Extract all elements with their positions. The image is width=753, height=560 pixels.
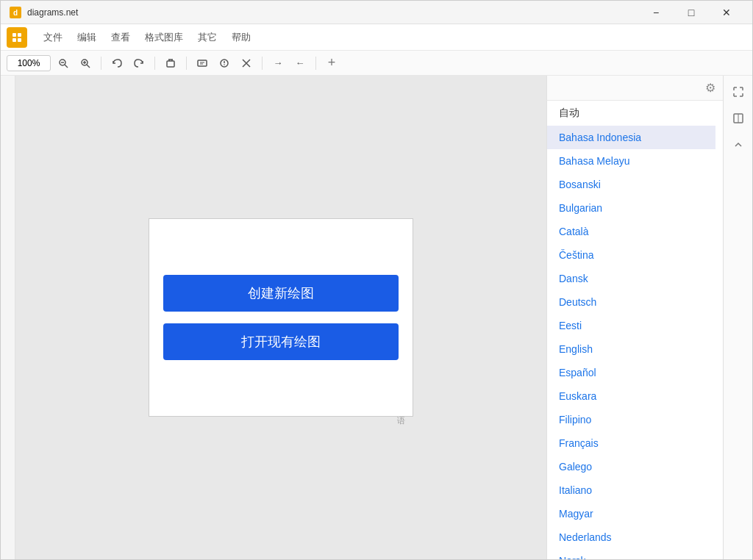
panel-split-btn[interactable] bbox=[728, 108, 749, 129]
svg-rect-4 bbox=[18, 33, 21, 37]
zoom-out-button[interactable] bbox=[54, 54, 73, 73]
language-list-scroll[interactable]: 自动 Bahasa Indonesia Bahasa Melayu Bosans… bbox=[547, 101, 723, 559]
app-icon bbox=[7, 27, 27, 48]
menu-view[interactable]: 查看 bbox=[104, 28, 138, 47]
maximize-button[interactable]: □ bbox=[674, 1, 708, 24]
app-window: d diagrams.net − □ ✕ 文件 编辑 查看 格式图库 其它 帮助 bbox=[0, 0, 753, 560]
toolbar-arrow-left[interactable]: ← bbox=[290, 54, 310, 73]
toolbar-add-btn[interactable]: + bbox=[322, 54, 341, 73]
lang-item-2[interactable]: Bosanski bbox=[547, 173, 715, 196]
toolbar-sep-2 bbox=[154, 57, 155, 70]
svg-point-23 bbox=[224, 64, 225, 65]
left-sidebar bbox=[1, 76, 15, 559]
open-existing-button[interactable]: 打开现有绘图 bbox=[163, 323, 399, 360]
svg-line-11 bbox=[87, 65, 90, 68]
lang-item-11[interactable]: Euskara bbox=[547, 384, 715, 408]
lang-item-16[interactable]: Magyar bbox=[547, 502, 715, 525]
lang-item-12[interactable]: Filipino bbox=[547, 408, 715, 431]
toolbar-btn-extra1[interactable] bbox=[193, 54, 212, 73]
lang-item-4[interactable]: Català bbox=[547, 220, 715, 243]
svg-rect-3 bbox=[13, 33, 16, 37]
svg-rect-2 bbox=[10, 31, 24, 44]
toolbar-sep-3 bbox=[186, 57, 187, 70]
lang-item-17[interactable]: Nederlands bbox=[547, 525, 715, 549]
lang-item-13[interactable]: Français bbox=[547, 431, 715, 455]
toolbar-btn-extra3[interactable] bbox=[237, 54, 256, 73]
panel-fullscreen-btn[interactable] bbox=[728, 82, 749, 102]
toolbar-btn-extra2[interactable] bbox=[215, 54, 234, 73]
canvas-area: 创建新绘图 打开现有绘图 语 bbox=[15, 76, 546, 559]
menu-help[interactable]: 帮助 bbox=[224, 28, 258, 47]
svg-line-8 bbox=[65, 65, 68, 68]
app-logo: d bbox=[10, 7, 21, 18]
toolbar-sep-5 bbox=[315, 57, 316, 70]
toolbar: 100% → ← + bbox=[1, 51, 752, 76]
toolbar-sep-4 bbox=[262, 57, 263, 70]
lang-item-0[interactable]: Bahasa Indonesia bbox=[547, 126, 715, 149]
lang-item-15[interactable]: Italiano bbox=[547, 478, 715, 502]
lang-item-1[interactable]: Bahasa Melayu bbox=[547, 149, 715, 173]
lang-item-14[interactable]: Galego bbox=[547, 455, 715, 478]
menu-other[interactable]: 其它 bbox=[190, 28, 224, 47]
lang-item-3[interactable]: Bulgarian bbox=[547, 196, 715, 220]
lang-item-8[interactable]: Eesti bbox=[547, 314, 715, 337]
svg-rect-14 bbox=[167, 61, 174, 67]
right-topbar: ⚙ bbox=[546, 76, 723, 101]
lang-item-9[interactable]: English bbox=[547, 337, 715, 361]
close-button[interactable]: ✕ bbox=[710, 1, 743, 24]
lang-item-18[interactable]: Norsk bbox=[547, 549, 715, 559]
redo-button[interactable] bbox=[129, 54, 149, 73]
canvas-dialog: 创建新绘图 打开现有绘图 语 bbox=[149, 218, 413, 417]
create-new-button[interactable]: 创建新绘图 bbox=[163, 275, 399, 312]
settings-button[interactable]: ⚙ bbox=[705, 81, 715, 95]
app-title: diagrams.net bbox=[27, 7, 639, 18]
titlebar: d diagrams.net − □ ✕ bbox=[1, 1, 752, 24]
svg-rect-18 bbox=[198, 60, 207, 66]
lang-auto[interactable]: 自动 bbox=[547, 101, 715, 126]
lang-item-6[interactable]: Dansk bbox=[547, 267, 715, 290]
svg-rect-6 bbox=[18, 38, 21, 42]
menu-format[interactable]: 格式图库 bbox=[138, 28, 190, 47]
lang-item-5[interactable]: Čeština bbox=[547, 243, 715, 267]
delete-button[interactable] bbox=[161, 54, 180, 73]
svg-text:d: d bbox=[13, 9, 18, 17]
lang-item-7[interactable]: Deutsch bbox=[547, 290, 715, 314]
menu-edit[interactable]: 编辑 bbox=[70, 28, 104, 47]
lang-item-10[interactable]: Español bbox=[547, 361, 715, 384]
menubar: 文件 编辑 查看 格式图库 其它 帮助 bbox=[1, 24, 752, 51]
zoom-in-button[interactable] bbox=[76, 54, 95, 73]
minimize-button[interactable]: − bbox=[639, 1, 673, 24]
panel-collapse-btn[interactable] bbox=[728, 134, 749, 155]
toolbar-arrow-right[interactable]: → bbox=[268, 54, 288, 73]
undo-button[interactable] bbox=[107, 54, 126, 73]
far-right-panel bbox=[723, 76, 752, 559]
language-panel: 自动 Bahasa Indonesia Bahasa Melayu Bosans… bbox=[546, 101, 723, 559]
main-area: 创建新绘图 打开现有绘图 语 ⚙ 自动 Bahasa Indonesia Bah… bbox=[1, 76, 752, 559]
zoom-input[interactable]: 100% bbox=[7, 55, 51, 71]
toolbar-sep-1 bbox=[101, 57, 101, 70]
svg-rect-5 bbox=[13, 38, 16, 42]
menu-file[interactable]: 文件 bbox=[36, 28, 70, 47]
right-area: ⚙ 自动 Bahasa Indonesia Bahasa Melayu Bosa… bbox=[546, 76, 723, 559]
window-controls: − □ ✕ bbox=[639, 1, 743, 24]
